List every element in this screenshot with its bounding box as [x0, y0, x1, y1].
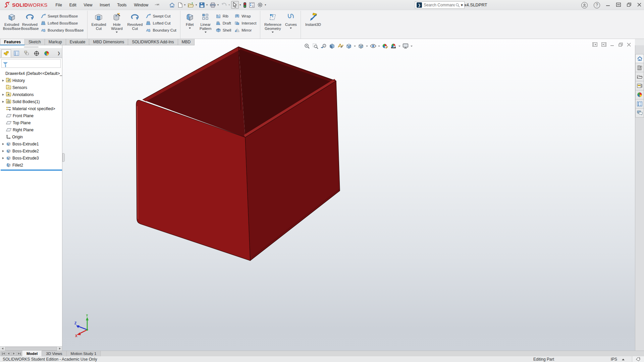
collapse-right-pane-button[interactable] — [601, 42, 606, 48]
forum-icon[interactable] — [635, 108, 644, 118]
tree-item-origin[interactable]: Origin — [1, 133, 62, 140]
collapse-left-pane-button[interactable] — [592, 42, 597, 48]
new-document-caret-icon[interactable]: ▾ — [184, 3, 185, 6]
restore-button[interactable] — [627, 3, 631, 8]
save-button[interactable] — [198, 2, 206, 8]
tree-item-solid-bodies[interactable]: ◳ Solid Bodies(1) — [1, 98, 62, 105]
last-tab-button[interactable] — [17, 352, 22, 356]
tab-mbd[interactable]: MBD — [178, 39, 195, 45]
configuration-manager-tab[interactable] — [21, 49, 31, 57]
expand-arrow-icon[interactable] — [2, 94, 4, 96]
reference-geometry-caret-icon[interactable] — [272, 32, 274, 33]
scroll-right-button[interactable] — [57, 347, 62, 351]
tree-item-right-plane[interactable]: Right Plane — [1, 126, 62, 133]
file-properties-button[interactable] — [248, 2, 256, 8]
search-commands-input[interactable] — [424, 3, 455, 7]
dimxpert-manager-tab[interactable] — [32, 49, 41, 57]
undo-caret-icon[interactable]: ▾ — [228, 3, 230, 6]
tab-mbd-dimensions[interactable]: MBD Dimensions — [89, 39, 128, 45]
boundary-boss-base-button[interactable]: Boundary Boss/Base — [39, 27, 85, 33]
shell-button[interactable]: Shell — [214, 27, 233, 33]
prev-tab-button[interactable] — [6, 352, 11, 356]
revolved-cut-button[interactable]: Revolved Cut — [126, 11, 144, 31]
rib-button[interactable]: Rib — [214, 13, 233, 19]
rollback-bar[interactable] — [1, 170, 62, 171]
tree-item-annotations[interactable]: A Annotations — [1, 91, 62, 98]
display-style-caret-icon[interactable] — [366, 46, 368, 47]
feature-manager-design-tree-tab[interactable] — [1, 49, 11, 57]
hide-show-caret-icon[interactable] — [378, 46, 380, 47]
expand-arrow-icon[interactable] — [2, 157, 4, 159]
lofted-cut-button[interactable]: Lofted Cut — [144, 20, 178, 26]
mirror-button[interactable]: Mirror — [233, 27, 258, 33]
expand-arrow-icon[interactable] — [2, 80, 4, 82]
panel-splitter-handle[interactable] — [62, 153, 65, 162]
tag-segment[interactable] — [632, 356, 644, 362]
open-button[interactable] — [187, 2, 195, 8]
intersect-button[interactable]: Intersect — [233, 20, 258, 26]
print-button[interactable] — [209, 2, 217, 8]
pin-menu-icon[interactable] — [154, 1, 160, 8]
panel-collapse-grip[interactable] — [24, 46, 39, 48]
menu-insert[interactable]: Insert — [96, 1, 113, 9]
expand-arrow-icon[interactable] — [2, 101, 4, 103]
edit-appearance-icon[interactable] — [381, 42, 389, 50]
appearances-scenes-icon[interactable] — [635, 90, 644, 99]
swept-boss-base-button[interactable]: Swept Boss/Base — [39, 13, 85, 19]
linear-pattern-button[interactable]: Linear Pattern — [197, 11, 214, 34]
menu-tools[interactable]: Tools — [114, 1, 130, 9]
tab-markup[interactable]: Markup — [45, 39, 66, 45]
menu-edit[interactable]: Edit — [66, 1, 80, 9]
print-caret-icon[interactable]: ▾ — [217, 3, 219, 6]
tree-item-material[interactable]: Material <not specified> — [1, 105, 62, 112]
fillet-caret-icon[interactable] — [189, 28, 191, 29]
first-tab-button[interactable] — [1, 352, 6, 356]
design-library-icon[interactable] — [635, 63, 644, 72]
curves-caret-icon[interactable] — [290, 28, 292, 29]
close-button[interactable] — [637, 3, 641, 8]
model-drawer4x4[interactable] — [62, 39, 635, 351]
apply-scene-caret-icon[interactable] — [398, 46, 400, 47]
scroll-left-button[interactable] — [0, 347, 5, 351]
property-manager-tab[interactable] — [11, 49, 21, 57]
tab-motion-study-1[interactable]: Motion Study 1 — [67, 351, 101, 356]
custom-properties-icon[interactable] — [635, 99, 644, 108]
tab-3d-views[interactable]: 3D Views — [42, 351, 66, 356]
rebuild-button[interactable] — [242, 1, 248, 9]
apply-scene-icon[interactable] — [390, 42, 397, 50]
options-button[interactable] — [256, 1, 264, 8]
reference-geometry-button[interactable]: Reference Geometry — [262, 11, 283, 34]
scrollbar-thumb[interactable] — [5, 347, 57, 351]
linear-pattern-caret-icon[interactable] — [205, 32, 207, 33]
curves-button[interactable]: Curves — [283, 11, 299, 30]
units-caret-icon[interactable] — [622, 359, 625, 360]
hole-wizard-caret-icon[interactable] — [116, 32, 118, 33]
span-displays-button[interactable] — [616, 3, 621, 8]
search-icon[interactable] — [455, 3, 460, 7]
tree-item-boss-extrude2[interactable]: Boss-Extrude2 — [1, 147, 62, 154]
options-caret-icon[interactable]: ▾ — [265, 3, 266, 6]
unit-system-text[interactable]: IPS — [611, 357, 617, 362]
instant3d-button[interactable]: Instant3D — [303, 11, 323, 27]
view-palette-icon[interactable] — [635, 81, 644, 90]
zoom-area-icon[interactable] — [312, 42, 319, 50]
taskpane-home-icon[interactable] — [635, 54, 644, 63]
view-orientation-icon[interactable] — [345, 42, 353, 50]
search-scope-icon[interactable]: ❯ — [417, 2, 422, 8]
swept-cut-button[interactable]: Swept Cut — [144, 13, 178, 19]
tree-item-front-plane[interactable]: Front Plane — [1, 112, 62, 119]
tree-item-boss-extrude1[interactable]: Boss-Extrude1 — [1, 140, 62, 147]
expand-arrow-icon[interactable] — [2, 150, 4, 152]
next-tab-button[interactable] — [11, 352, 16, 356]
section-view-icon[interactable] — [328, 42, 336, 50]
view-settings-icon[interactable] — [402, 42, 409, 50]
tree-root-item[interactable]: Drawer4x4 (Default<<Default>_D — [1, 70, 62, 77]
menu-view[interactable]: View — [80, 1, 96, 9]
tab-evaluate[interactable]: Evaluate — [66, 39, 90, 45]
display-manager-tab[interactable] — [42, 49, 51, 57]
file-explorer-icon[interactable] — [635, 72, 644, 81]
previous-view-icon[interactable] — [320, 42, 327, 50]
fm-tabs-overflow-chevron[interactable]: ❯ — [57, 51, 61, 55]
select-caret-icon[interactable]: ▾ — [239, 3, 241, 6]
tab-model[interactable]: Model — [22, 351, 42, 356]
